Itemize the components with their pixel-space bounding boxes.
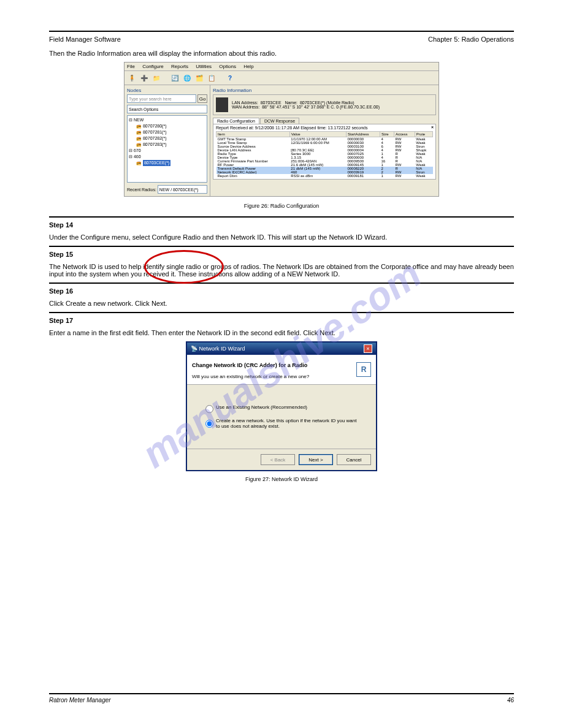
report-line: Report Received at: 9/12/2008 11:17:28 A…: [216, 126, 433, 130]
help-icon[interactable]: ?: [225, 73, 235, 83]
wizard-heading: Change Network ID (CRC Adder) for a Radi…: [192, 362, 307, 368]
step15-body: The Network ID is used to help identify …: [49, 263, 514, 278]
radio-info-title: Radio Information: [213, 88, 436, 93]
wizard-title: Network ID Wizard: [199, 346, 245, 352]
menu-bar: File Configure Reports Utilities Options…: [124, 63, 439, 71]
report-icon[interactable]: 📋: [207, 73, 216, 83]
cancel-button[interactable]: Cancel: [337, 454, 371, 465]
menu-file[interactable]: File: [127, 64, 135, 69]
search-options[interactable]: Search Options: [127, 105, 207, 113]
figure26-caption: Figure 26: Radio Configuration: [49, 203, 514, 209]
step17-title: Step 17: [49, 317, 73, 324]
tool-icon-1[interactable]: 🧍: [127, 73, 137, 83]
tab-dcw-response[interactable]: DCW Response: [260, 118, 299, 124]
menu-help[interactable]: Help: [243, 64, 253, 69]
back-button: < Back: [261, 454, 295, 465]
config-table: ItemValueStartAddressSizeAccessProte GMT…: [216, 131, 433, 178]
selected-node: 80703CEE(*): [143, 160, 170, 166]
footer-page: 46: [507, 697, 514, 703]
recent-label: Recent Radios:: [127, 188, 156, 192]
tool-icon-2[interactable]: ➕: [139, 73, 149, 83]
radio-create-network[interactable]: Create a new network. Use this option if…: [205, 418, 358, 429]
footer-left: Ratron Meter Manager: [49, 697, 111, 703]
header-left: Field Manager Software: [49, 36, 121, 43]
radio-existing-network[interactable]: Use an Existing Network (Recommended): [205, 404, 358, 413]
step17-body: Enter a name in the first edit field. Th…: [49, 329, 514, 336]
recent-combo[interactable]: NEW / 80703CEE(*): [158, 185, 207, 194]
close-icon[interactable]: ×: [431, 125, 434, 129]
radio-info-panel: LAN Address: 80703CEE Name: 80703CEE(*) …: [213, 94, 436, 115]
nodes-tree[interactable]: ⊟ NEW 📻 80707280(*) 📻 80707281(*) 📻 8070…: [127, 115, 207, 183]
tool-icon-3[interactable]: 📁: [151, 73, 161, 83]
step16-title: Step 16: [49, 287, 73, 295]
menu-options[interactable]: Options: [219, 64, 236, 69]
wizard-close-icon[interactable]: ×: [364, 344, 372, 353]
step16-body: Click Create a new network. Click Next.: [49, 300, 514, 307]
table-row[interactable]: Report DbmRSSI as dBm000091811RWWeak: [216, 174, 433, 178]
menu-configure[interactable]: Configure: [142, 64, 164, 69]
app-window: File Configure Reports Utilities Options…: [124, 62, 439, 197]
report-panel: × Report Received at: 9/12/2008 11:17:28…: [213, 124, 436, 180]
go-button[interactable]: Go: [197, 94, 207, 103]
step14-title: Step 14: [49, 221, 73, 229]
nodes-title: Nodes: [127, 88, 207, 93]
radio-icon: [216, 97, 228, 112]
wizard-dialog: 📡 Network ID Wizard × Change Network ID …: [186, 341, 377, 471]
tree-icon[interactable]: 🗂️: [194, 73, 204, 83]
menu-reports[interactable]: Reports: [171, 64, 188, 69]
tab-radio-config[interactable]: Radio Configuration: [213, 118, 259, 124]
next-button[interactable]: Next >: [299, 454, 333, 465]
menu-utilities[interactable]: Utilities: [196, 64, 212, 69]
wizard-subtitle: Will you use an existing network or crea…: [192, 374, 309, 379]
step14-body: Under the Configure menu, select Configu…: [49, 233, 514, 241]
step13-text: Then the Radio Information area will dis…: [49, 50, 514, 57]
refresh-icon[interactable]: 🔄: [170, 73, 180, 83]
figure27-caption: Figure 27: Network ID Wizard: [49, 476, 514, 482]
globe-icon[interactable]: 🌐: [182, 73, 192, 83]
wizard-logo-icon: R: [356, 362, 371, 377]
search-input[interactable]: Type your search here: [127, 94, 196, 103]
step15-title: Step 15: [49, 251, 73, 258]
header-right: Chapter 5: Radio Operations: [428, 36, 514, 43]
toolbar: 🧍 ➕ 📁 🔄 🌐 🗂️ 📋 ?: [124, 71, 439, 85]
